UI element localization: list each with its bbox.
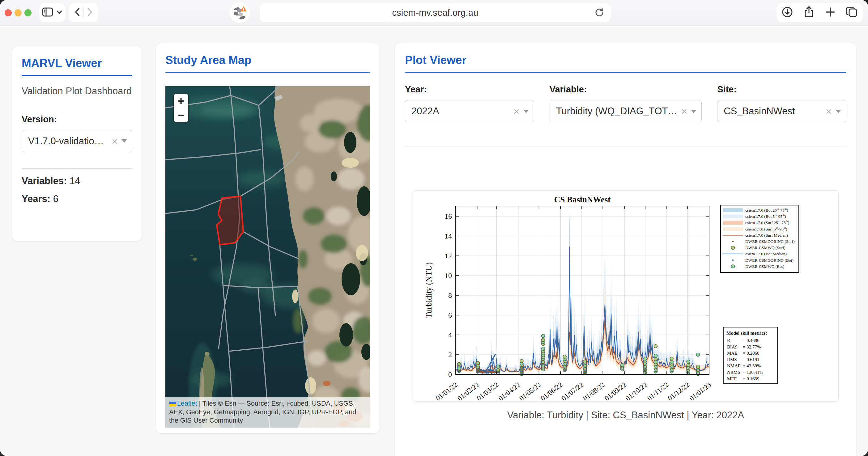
clear-icon[interactable]: × bbox=[826, 106, 832, 117]
close-window-button[interactable] bbox=[5, 9, 12, 17]
window-controls bbox=[5, 9, 32, 17]
reload-icon[interactable] bbox=[594, 7, 604, 19]
study-area-map[interactable]: + − Leaflet | Tiles © Esri — Source: Esr… bbox=[165, 86, 370, 428]
marvl-viewer-panel: MARVL Viewer Validation Plot Dashboard V… bbox=[12, 46, 142, 241]
svg-text:01/01/23: 01/01/23 bbox=[688, 381, 713, 401]
maximize-window-button[interactable] bbox=[24, 9, 32, 17]
clear-icon[interactable]: × bbox=[514, 106, 520, 117]
years-stat-label: Years: bbox=[22, 193, 51, 204]
map-zoom-control: + − bbox=[174, 94, 188, 122]
caret-down-icon bbox=[122, 139, 127, 143]
caret-down-icon bbox=[691, 110, 696, 113]
downloads-button[interactable] bbox=[781, 6, 794, 20]
sidebar-divider bbox=[22, 168, 132, 169]
plot-viewer-title: Plot Viewer bbox=[405, 54, 846, 67]
svg-text:= 32.77%: = 32.77% bbox=[743, 345, 761, 350]
map-title-underline bbox=[165, 72, 370, 73]
minimize-window-button[interactable] bbox=[14, 9, 22, 17]
svg-text:MAE: MAE bbox=[727, 351, 737, 356]
clear-icon[interactable]: × bbox=[112, 136, 118, 146]
version-select[interactable]: V1.7.0-validation-s… × bbox=[22, 130, 132, 152]
warning-badge-icon bbox=[241, 6, 247, 11]
svg-text:R: R bbox=[727, 338, 730, 343]
leaflet-link[interactable]: Leaflet bbox=[177, 400, 197, 407]
url-text[interactable]: csiem-mv.seaf.org.au bbox=[260, 8, 611, 18]
svg-text:2: 2 bbox=[448, 351, 452, 359]
svg-text:= 0.4686: = 0.4686 bbox=[743, 338, 760, 343]
svg-text:= 130.41%: = 130.41% bbox=[743, 370, 763, 375]
svg-text:01/05/22: 01/05/22 bbox=[518, 381, 542, 401]
title-underline bbox=[22, 75, 132, 76]
share-button[interactable] bbox=[803, 6, 815, 20]
svg-text:csiem1.7.0 (Bot 5th​-95th​): csiem1.7.0 (Bot 5th​-95th​) bbox=[745, 214, 786, 219]
svg-text:NRMS: NRMS bbox=[727, 370, 740, 375]
sidebar-toggle-icon[interactable] bbox=[42, 7, 53, 18]
year-select-value: 2022A bbox=[411, 106, 510, 117]
svg-text:DWER-CSMOORING (Surf): DWER-CSMOORING (Surf) bbox=[745, 239, 795, 244]
svg-text:RMS: RMS bbox=[727, 357, 737, 362]
variables-stat: Variables: 14 bbox=[22, 175, 132, 187]
plot-viewer-panel: Plot Viewer Year: 2022A × Variable: Turb… bbox=[395, 43, 856, 456]
version-select-value: V1.7.0-validation-s… bbox=[28, 136, 108, 147]
validation-figure: 024681012141601/01/2201/02/2201/03/2201/… bbox=[413, 190, 839, 402]
year-label: Year: bbox=[405, 84, 534, 95]
site-select[interactable]: CS_BasinNWest × bbox=[717, 100, 846, 122]
years-stat-value: 6 bbox=[53, 193, 58, 204]
tiles-attribution-text: | Tiles © Esri — Source: Esri, i-cubed, … bbox=[169, 400, 356, 424]
timeseries-chart: 024681012141601/01/2201/02/2201/03/2201/… bbox=[413, 191, 838, 402]
svg-text:01/12/22: 01/12/22 bbox=[666, 381, 691, 401]
svg-text:csiem1.7.0 (Surf 25th​-75th​): csiem1.7.0 (Surf 25th​-75th​) bbox=[745, 220, 789, 225]
map-attribution: Leaflet | Tiles © Esri — Source: Esri, i… bbox=[165, 397, 370, 428]
forward-button[interactable] bbox=[86, 7, 94, 18]
back-button[interactable] bbox=[73, 7, 81, 18]
version-label: Version: bbox=[22, 114, 132, 125]
svg-text:= 0.2060: = 0.2060 bbox=[743, 351, 759, 356]
tab-overview-button[interactable] bbox=[845, 6, 859, 20]
svg-text:01/11/22: 01/11/22 bbox=[646, 381, 670, 401]
clear-icon[interactable]: × bbox=[681, 106, 687, 117]
zoom-in-button[interactable]: + bbox=[174, 94, 188, 108]
page-title: MARVL Viewer bbox=[22, 57, 132, 70]
svg-text:= 43.39%: = 43.39% bbox=[743, 363, 761, 368]
svg-text:01/06/22: 01/06/22 bbox=[539, 381, 564, 401]
svg-text:01/01/22: 01/01/22 bbox=[434, 381, 459, 401]
nav-divider bbox=[84, 6, 84, 19]
years-stat: Years: 6 bbox=[22, 193, 132, 204]
new-tab-button[interactable] bbox=[825, 6, 836, 19]
svg-text:Turbidity (NTU): Turbidity (NTU) bbox=[424, 262, 433, 318]
extension-icon bbox=[231, 4, 248, 21]
svg-text:01/09/22: 01/09/22 bbox=[603, 381, 628, 401]
svg-text:NMAE: NMAE bbox=[727, 363, 741, 368]
extension-button[interactable] bbox=[229, 2, 250, 23]
svg-text:= 0.1639: = 0.1639 bbox=[743, 376, 759, 381]
svg-text:= 0.6191: = 0.6191 bbox=[743, 357, 759, 362]
svg-text:01/04/22: 01/04/22 bbox=[497, 381, 522, 401]
zoom-out-button[interactable]: − bbox=[174, 108, 188, 122]
year-select[interactable]: 2022A × bbox=[405, 100, 534, 122]
svg-text:DWER-CSMWQ (Bot): DWER-CSMWQ (Bot) bbox=[745, 264, 784, 269]
svg-text:0: 0 bbox=[448, 370, 452, 379]
svg-text:csiem1.7.0 (Surf 5th​-95th​): csiem1.7.0 (Surf 5th​-95th​) bbox=[745, 226, 787, 231]
variables-stat-value: 14 bbox=[69, 175, 80, 186]
site-label: Site: bbox=[717, 84, 846, 95]
browser-window: csiem-mv.seaf.org.au MARVL Viewer Valida… bbox=[0, 0, 868, 456]
svg-text:DWER-CSMOORING (Bot): DWER-CSMOORING (Bot) bbox=[745, 258, 794, 263]
browser-toolbar: csiem-mv.seaf.org.au bbox=[0, 0, 868, 26]
svg-text:01/08/22: 01/08/22 bbox=[582, 381, 607, 401]
svg-text:csiem1.7.0 (Surf Median): csiem1.7.0 (Surf Median) bbox=[745, 233, 788, 237]
satellite-map-image bbox=[165, 86, 370, 428]
chevron-down-icon[interactable] bbox=[56, 10, 62, 15]
ukraine-flag-icon bbox=[169, 402, 176, 406]
address-bar[interactable]: csiem-mv.seaf.org.au bbox=[260, 3, 611, 22]
svg-text:6: 6 bbox=[448, 311, 452, 319]
svg-text:01/10/22: 01/10/22 bbox=[624, 381, 649, 401]
map-title: Study Area Map bbox=[165, 54, 370, 67]
svg-text:csiem1.7.0 (Bot 25th​-75th​): csiem1.7.0 (Bot 25th​-75th​) bbox=[745, 207, 788, 213]
svg-text:Model skill metrics:: Model skill metrics: bbox=[726, 330, 767, 335]
plot-title-underline bbox=[405, 72, 846, 73]
plot-divider bbox=[405, 146, 846, 146]
svg-text:8: 8 bbox=[448, 291, 452, 299]
svg-text:16: 16 bbox=[444, 212, 452, 220]
variable-select[interactable]: Turbidity (WQ_DIAG_TOT… × bbox=[550, 100, 702, 122]
svg-text:CS BasinNWest: CS BasinNWest bbox=[554, 195, 611, 204]
